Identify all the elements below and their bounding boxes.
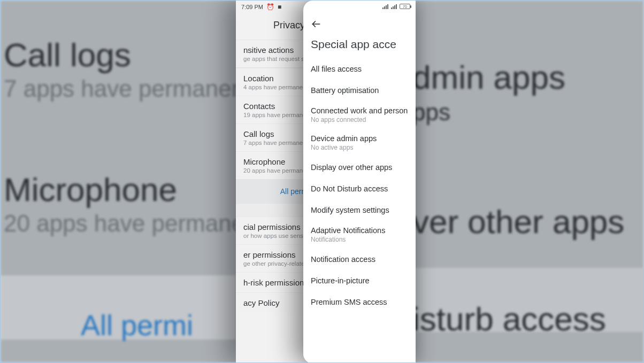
special-access-list: All files access Battery optimisation Co… (303, 58, 416, 319)
item-modify-system-settings[interactable]: Modify system settings (303, 199, 416, 221)
status-time: 7:09 PM (241, 4, 263, 10)
arrow-left-icon (311, 19, 321, 29)
bg-all-permissions: All permi (81, 308, 193, 342)
bg-disturb: isturb access (412, 300, 606, 338)
bg-mic-title: Microphone (4, 171, 177, 208)
bg-overother: ver other apps (412, 203, 624, 241)
bg-mic-sub: 20 apps have permane (4, 210, 244, 237)
item-premium-sms-access[interactable]: Premium SMS access (303, 291, 416, 313)
signal-icon-2 (391, 4, 396, 9)
camera-icon: ■ (278, 3, 281, 11)
battery-icon: 70 (400, 4, 410, 9)
item-battery-optimisation[interactable]: Battery optimisation (303, 80, 416, 101)
item-picture-in-picture[interactable]: Picture-in-picture (303, 270, 416, 291)
bg-calllogs-sub: 7 apps have permaner (4, 75, 239, 102)
stage: Call logs 7 apps have permaner Microphon… (0, 0, 644, 363)
page-title: Special app acce (303, 34, 416, 58)
item-do-not-disturb-access[interactable]: Do Not Disturb access (303, 178, 416, 199)
item-notification-access[interactable]: Notification access (303, 249, 416, 270)
item-device-admin-apps[interactable]: Device admin apps No active apps (303, 129, 416, 157)
bg-calllogs-title: Call logs (4, 36, 131, 74)
item-adaptive-notifications[interactable]: Adaptive Notifications Notifications (303, 221, 416, 249)
item-display-over-other-apps[interactable]: Display over other apps (303, 157, 416, 178)
bg-admin-title: dmin apps (412, 58, 565, 96)
signal-icon (382, 4, 388, 9)
alarm-icon: ⏰ (266, 3, 274, 11)
item-all-files-access[interactable]: All files access (303, 58, 416, 80)
phone-right-special-access: 70 Special app acce All files access Bat… (303, 1, 416, 363)
back-button[interactable] (303, 11, 416, 34)
statusbar-right: 70 (303, 1, 416, 11)
bg-admin-sub: pps (412, 99, 450, 126)
item-connected-work-personal[interactable]: Connected work and person No apps connec… (303, 101, 416, 129)
